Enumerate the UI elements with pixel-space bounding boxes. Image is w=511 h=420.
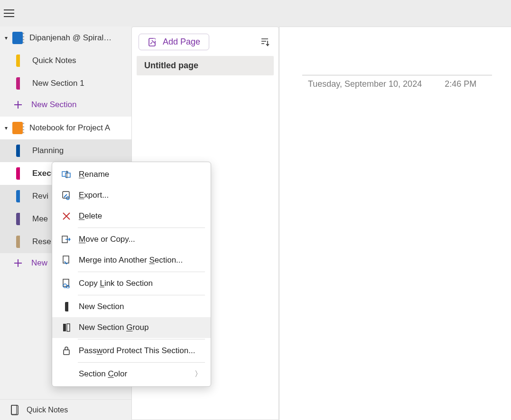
section-label: Quick Notes [32, 56, 76, 65]
ctx-label: Export... [79, 191, 109, 200]
section-new-section-1[interactable]: New Section 1 [0, 72, 131, 95]
ctx-password-protect[interactable]: Password Protect This Section... [52, 340, 211, 361]
ctx-new-section[interactable]: New Section [52, 296, 211, 317]
section-group-icon [61, 323, 72, 332]
section-quick-notes[interactable]: Quick Notes [0, 49, 131, 72]
delete-icon [61, 212, 72, 220]
separator [78, 339, 205, 339]
lock-icon [61, 346, 72, 356]
svg-rect-13 [67, 324, 70, 331]
ctx-label: Section Color [79, 369, 127, 379]
ctx-label: Delete [79, 211, 102, 221]
ctx-label: Copy Link to Section [79, 279, 153, 288]
svg-rect-8 [63, 256, 69, 263]
chevron-right-icon: 〉 [195, 369, 202, 379]
merge-icon [61, 256, 72, 265]
new-section-label: New Section [31, 100, 76, 110]
quick-notes-footer[interactable]: Quick Notes [0, 399, 131, 420]
move-copy-icon [61, 235, 72, 244]
section-label: New Section 1 [32, 79, 84, 88]
page-canvas[interactable]: Tuesday, September 10, 2024 2:46 PM [279, 27, 511, 420]
ctx-label: Move or Copy... [79, 235, 135, 244]
ctx-move-copy[interactable]: Move or Copy... [52, 229, 211, 250]
ctx-delete[interactable]: Delete [52, 206, 211, 227]
notebook-name: Dipanjenah @ Spiral… [29, 33, 111, 43]
ctx-label: New Section Group [79, 323, 149, 332]
title-bar [0, 0, 511, 27]
ctx-copy-link[interactable]: Copy Link to Section [52, 273, 211, 294]
separator [78, 228, 205, 228]
page-date: Tuesday, September 10, 2024 [308, 79, 422, 89]
separator [78, 272, 205, 272]
section-label: Rese [32, 237, 51, 247]
ctx-label: New Section [79, 302, 124, 311]
section-color-tab [16, 167, 20, 180]
notebook-header-personal[interactable]: ▾ Dipanjenah @ Spiral… [0, 27, 131, 49]
svg-rect-12 [63, 324, 66, 331]
add-page-button[interactable]: Add Page [139, 34, 209, 50]
ctx-rename[interactable]: Rename [52, 164, 211, 185]
page-icon [10, 405, 20, 415]
sort-pages-button[interactable] [259, 36, 272, 49]
copy-link-icon [61, 279, 72, 288]
plus-icon [14, 101, 22, 109]
chevron-down-icon: ▾ [3, 35, 9, 41]
section-context-menu: Rename Export... Delete Move or Copy... … [52, 162, 211, 387]
rename-icon [61, 170, 72, 179]
svg-rect-0 [11, 405, 18, 415]
page-title: Untitled page [144, 61, 198, 70]
chevron-down-icon: ▾ [3, 125, 9, 131]
svg-rect-14 [64, 350, 69, 355]
section-color-tab [16, 190, 20, 202]
notebook-icon [12, 122, 23, 134]
ctx-export[interactable]: Export... [52, 185, 211, 206]
sort-icon [260, 38, 270, 46]
section-icon [61, 302, 72, 311]
section-color-tab [16, 55, 20, 67]
add-page-icon [148, 37, 157, 47]
ctx-label: Merge into Another Section... [79, 256, 183, 265]
add-page-label: Add Page [163, 37, 200, 47]
page-item[interactable]: Untitled page [137, 56, 274, 75]
section-label: Revi [32, 192, 48, 201]
quick-notes-label: Quick Notes [27, 406, 68, 414]
section-color-tab [16, 77, 20, 90]
section-label: Planning [32, 146, 64, 155]
new-section-label: New [31, 258, 47, 268]
page-time: 2:46 PM [445, 79, 476, 89]
notebook-icon [12, 32, 23, 44]
ctx-merge[interactable]: Merge into Another Section... [52, 250, 211, 271]
ctx-label: Password Protect This Section... [79, 346, 195, 356]
section-color-tab [16, 145, 20, 157]
page-meta: Tuesday, September 10, 2024 2:46 PM [308, 79, 511, 89]
section-color-tab [16, 213, 20, 225]
section-label: Mee [32, 214, 48, 224]
separator [78, 362, 205, 363]
plus-icon [14, 259, 22, 267]
export-icon [61, 191, 72, 200]
separator [78, 295, 205, 295]
ctx-label: Rename [79, 170, 109, 179]
svg-rect-1 [11, 405, 17, 414]
page-title-input[interactable] [302, 61, 492, 75]
ctx-new-section-group[interactable]: New Section Group [52, 317, 211, 338]
hamburger-menu-icon[interactable] [4, 9, 14, 17]
section-color-tab [16, 236, 20, 248]
notebook-header-project-a[interactable]: ▾ Notebook for Project A [0, 117, 131, 139]
ctx-section-color[interactable]: Section Color 〉 [52, 364, 211, 384]
notebook-name: Notebook for Project A [29, 123, 110, 133]
new-section-button[interactable]: New Section [0, 95, 131, 115]
section-planning[interactable]: Planning [0, 139, 131, 162]
svg-rect-4 [65, 173, 70, 177]
